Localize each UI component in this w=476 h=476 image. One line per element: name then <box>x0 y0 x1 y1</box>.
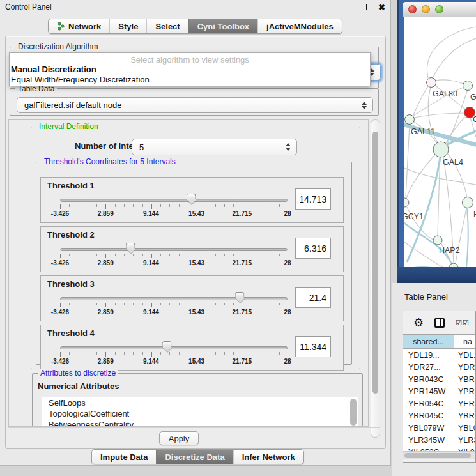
network-edge[interactable] <box>407 157 440 262</box>
slider-thumb[interactable] <box>162 341 172 352</box>
network-node[interactable] <box>433 142 449 157</box>
tab-cyni-toolbox[interactable]: Cyni Toolbox <box>188 19 257 33</box>
threshold-slider[interactable]: -3.4262.8599.14415.4321.71528 <box>60 293 288 321</box>
cell-name[interactable]: YBL0 <box>454 424 475 433</box>
tab-network[interactable]: Network <box>49 19 109 33</box>
minimize-traffic-light-icon[interactable] <box>422 5 430 13</box>
slider-scale-labels: -3.4262.8599.14415.4321.71528 <box>60 358 288 365</box>
slider-thumb[interactable] <box>235 292 245 303</box>
slider-scale-label: 28 <box>284 309 291 316</box>
slider-track[interactable] <box>60 346 288 349</box>
threshold-slider[interactable]: -3.4262.8599.14415.4321.71528 <box>60 243 288 272</box>
network-node[interactable] <box>427 78 436 88</box>
cell-name[interactable]: YBR0 <box>454 375 475 384</box>
network-edge[interactable] <box>456 208 466 263</box>
number-of-intervals-combobox[interactable]: 5 <box>132 139 297 155</box>
node-table: ⚙ ☑☑ shared... na YDL19...YDL1YDR27...YD… <box>403 311 476 463</box>
table-row[interactable]: YBL079WYBL0 <box>403 422 475 434</box>
network-edge[interactable] <box>406 125 410 197</box>
numerical-attributes-list[interactable]: SelfLoopsTopologicalCoefficientBetweenne… <box>42 397 358 427</box>
network-edge[interactable] <box>414 113 464 118</box>
apply-button[interactable]: Apply <box>159 431 199 445</box>
network-node[interactable] <box>405 115 415 125</box>
slider-track[interactable] <box>60 199 288 202</box>
network-node[interactable] <box>449 263 458 267</box>
table-row[interactable]: YPR145WYPR1 <box>403 385 475 397</box>
network-node[interactable] <box>463 81 473 91</box>
column-header-shared-name[interactable]: shared... <box>403 335 454 348</box>
network-edge[interactable] <box>413 86 428 116</box>
cell-name[interactable]: YDR2 <box>454 363 475 372</box>
close-traffic-light-icon[interactable] <box>408 5 417 13</box>
table-row[interactable]: YIL052CYIL0 <box>403 446 475 451</box>
panel-scrollbar-thumb[interactable] <box>372 132 378 394</box>
table-row[interactable]: YDR27...YDR2 <box>403 361 475 373</box>
column-layout-icon[interactable] <box>434 318 445 328</box>
network-edge[interactable] <box>435 80 464 84</box>
table-row[interactable]: YLR345WYLR3 <box>403 434 475 446</box>
attribute-list-item[interactable]: SelfLoops <box>42 397 358 408</box>
numerical-attributes-label: Numerical Attributes <box>38 381 119 391</box>
cell-shared-name[interactable]: YBL079W <box>403 424 454 433</box>
network-edge[interactable] <box>404 168 476 185</box>
tab-select[interactable]: Select <box>146 19 188 33</box>
list-scrollbar-thumb[interactable] <box>350 399 357 426</box>
threshold-value-field[interactable]: 6.316 <box>295 238 331 259</box>
dropdown-option-manual-discretization[interactable]: Manual Discretization <box>10 64 370 74</box>
network-canvas[interactable]: GAL80GACGAL11GAL4GCY1HHAP2 <box>404 17 476 267</box>
table-row[interactable]: YDL19...YDL1 <box>403 349 475 361</box>
cell-shared-name[interactable]: YLR345W <box>403 436 454 445</box>
threshold-panel: Threshold 4 -3.4262.8599.14415.4321.7152… <box>40 325 344 371</box>
zoom-traffic-light-icon[interactable] <box>435 5 443 13</box>
attribute-list-item[interactable]: BetweennessCentrality <box>42 419 358 427</box>
cell-shared-name[interactable]: YPR145W <box>403 387 454 396</box>
table-row[interactable]: YBR043CYBR0 <box>403 373 475 385</box>
subtab-infer-network[interactable]: Infer Network <box>233 450 303 464</box>
attribute-list-item[interactable]: TopologicalCoefficient <box>42 408 358 419</box>
subtab-discretize-data[interactable]: Discretize Data <box>156 450 233 464</box>
cell-name[interactable]: YLR3 <box>454 436 475 445</box>
cell-shared-name[interactable]: YDL19... <box>403 351 454 360</box>
float-window-icon[interactable] <box>366 4 372 10</box>
cell-shared-name[interactable]: YER054C <box>403 399 454 408</box>
close-icon[interactable]: ✖ <box>378 3 385 12</box>
slider-track[interactable] <box>60 297 288 300</box>
slider-thumb[interactable] <box>126 243 135 254</box>
cell-shared-name[interactable]: YBR043C <box>403 375 454 384</box>
threshold-panel: Threshold 3 -3.4262.8599.14415.4321.7152… <box>40 275 344 321</box>
gear-icon[interactable]: ⚙ <box>413 317 424 328</box>
network-node[interactable] <box>463 197 473 208</box>
threshold-value-field[interactable]: 21.4 <box>295 287 331 308</box>
select-columns-checkbox-icons[interactable]: ☑☑ <box>456 319 470 327</box>
subtab-impute-data[interactable]: Impute Data <box>92 450 156 464</box>
threshold-value-field[interactable]: 14.713 <box>295 188 331 210</box>
table-hscrollbar-thumb[interactable] <box>404 453 471 458</box>
combo-stepper-icon[interactable] <box>286 143 291 151</box>
table-row[interactable]: YBR045CYBR0 <box>403 410 475 422</box>
cell-shared-name[interactable]: YDR27... <box>403 363 454 372</box>
threshold-slider[interactable]: -3.4262.8599.14415.4321.71528 <box>60 342 288 370</box>
cell-name[interactable]: YPR1 <box>454 387 475 396</box>
dropdown-hint: Select algorithm to view settings <box>10 53 370 64</box>
table-row[interactable]: YER054CYER0 <box>403 397 475 410</box>
dropdown-option-equal-width-frequency[interactable]: Equal Width/Frequency Discretization <box>10 74 370 84</box>
cell-name[interactable]: YDL1 <box>454 351 475 360</box>
cell-name[interactable]: YBR0 <box>454 411 475 420</box>
slider-track[interactable] <box>60 248 288 251</box>
tab-jactivemnodules[interactable]: jActiveMNodules <box>257 19 342 33</box>
column-header-name[interactable]: na <box>454 335 475 348</box>
cell-shared-name[interactable]: YBR045C <box>403 411 454 420</box>
table-horizontal-scrollbar[interactable] <box>403 451 475 459</box>
network-node[interactable] <box>404 198 409 207</box>
network-edge[interactable] <box>466 208 468 267</box>
panel-scrollbar[interactable] <box>371 119 380 438</box>
list-scrollbar[interactable] <box>350 399 357 427</box>
network-node[interactable] <box>433 236 442 245</box>
threshold-value-field[interactable]: 11.344 <box>295 336 331 357</box>
threshold-slider[interactable]: -3.4262.8599.14415.4321.71528 <box>60 194 288 222</box>
table-data-combobox[interactable]: galFiltered.sif default node <box>17 97 373 113</box>
cell-name[interactable]: YER0 <box>454 399 475 408</box>
tab-style[interactable]: Style <box>109 19 146 33</box>
combo-stepper-icon[interactable] <box>362 102 367 109</box>
slider-thumb[interactable] <box>187 194 196 204</box>
